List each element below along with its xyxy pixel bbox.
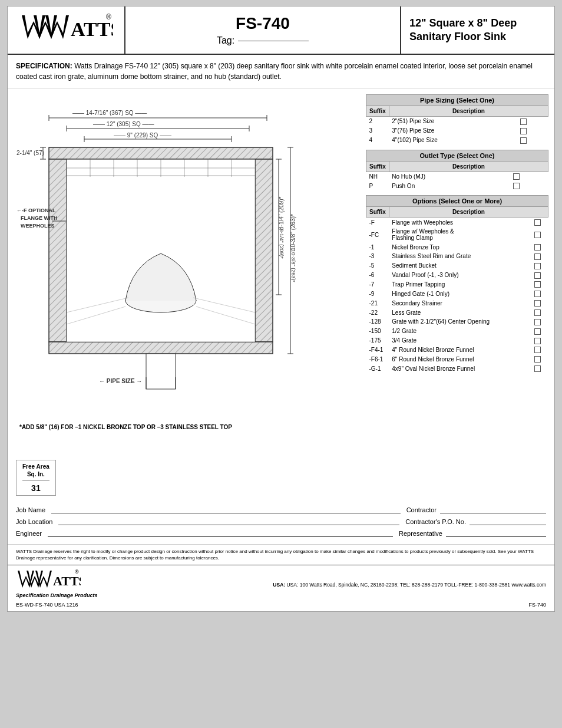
svg-rect-23	[255, 159, 273, 342]
tag-line: Tag:	[217, 35, 309, 46]
outlet-title: Outlet Type (Select One)	[366, 150, 548, 161]
checkbox-7[interactable]	[534, 281, 541, 288]
part-number-right: FS-740	[528, 602, 546, 608]
svg-text:——  9" (229) SQ  ——: —— 9" (229) SQ ——	[114, 132, 171, 139]
rep-line: Representative	[399, 530, 546, 537]
checkbox-f41[interactable]	[534, 347, 541, 353]
svg-text:8-1/4" (209)*: 8-1/4" (209)*	[279, 229, 285, 259]
checkbox-3[interactable]	[534, 253, 541, 260]
pipe-row: 3 3"(76) Pipe Size	[366, 126, 548, 136]
checkbox-g1[interactable]	[534, 365, 541, 372]
page: ATTS ® FS-740 Tag: 12" Square x 8" DeepS…	[7, 6, 555, 612]
checkbox-2[interactable]	[520, 118, 527, 125]
checkbox-1[interactable]	[534, 244, 541, 251]
rep-label: Representative	[399, 530, 442, 537]
contractor-underline	[440, 513, 546, 513]
checkbox-21[interactable]	[534, 300, 541, 307]
svg-text:——  12" (305) SQ  ——: —— 12" (305) SQ ——	[93, 121, 154, 127]
desc-3: 3"(76) Pipe Size	[389, 126, 517, 136]
option-row: -128 Grate with 2-1/2"(64) Center Openin…	[366, 317, 548, 327]
outlet-suffix-header: Suffix	[366, 161, 389, 172]
option-row: -1 Nickel Bronze Top	[366, 242, 548, 252]
spec-section: SPECIFICATION: Watts Drainage FS-740 12"…	[8, 55, 554, 88]
suffix-3: 3	[366, 126, 389, 136]
svg-rect-26	[67, 159, 255, 342]
pipe-sizing-table: Pipe Sizing (Select One) Suffix Descript…	[366, 94, 548, 145]
checkbox-6[interactable]	[534, 272, 541, 279]
main-content: —— 14-7/16" (367) SQ —— —— 12" (305) SQ …	[8, 88, 554, 454]
engineer-line: Engineer Representative	[16, 530, 546, 537]
po-label: Contractor's P.O. No.	[405, 518, 466, 525]
checkbox-p[interactable]	[513, 183, 520, 189]
svg-text:®: ®	[106, 13, 111, 21]
part-number-left: ES-WD-FS-740 USA 1216	[16, 602, 78, 608]
checkbox-175[interactable]	[534, 338, 541, 344]
po-line: Contractor's P.O. No.	[405, 518, 546, 525]
option-row: -22 Less Grate	[366, 308, 548, 317]
checkbox-4[interactable]	[520, 137, 527, 144]
job-name-line: Job Name Contractor	[16, 506, 546, 513]
checkbox-f[interactable]	[534, 219, 541, 226]
pipe-desc-header: Description	[389, 106, 548, 117]
pipe-sizing-title: Pipe Sizing (Select One)	[366, 95, 548, 106]
free-area-header: Free Area Sq. In.	[22, 463, 49, 478]
checkbox-3[interactable]	[520, 128, 527, 134]
option-row: -150 1/2 Grate	[366, 327, 548, 336]
options-suffix-header: Suffix	[366, 207, 389, 218]
svg-text:ATTS: ATTS	[53, 574, 81, 588]
option-row: -6 Vandal Proof (-1, -3 Only)	[366, 271, 548, 280]
job-name-label: Job Name	[16, 506, 45, 513]
product-title: 12" Square x 8" DeepSanitary Floor Sink	[409, 17, 546, 44]
checkbox-f61[interactable]	[534, 356, 541, 363]
outlet-desc-header: Description	[389, 161, 548, 172]
outlet-row: P Push On	[366, 181, 548, 190]
job-location-line: Job Location Contractor's P.O. No.	[16, 518, 546, 525]
pipe-row: 2 2"(51) Pipe Size	[366, 117, 548, 126]
desc-2: 2"(51) Pipe Size	[389, 117, 517, 126]
watts-logo: ATTS ®	[19, 12, 113, 48]
svg-marker-1	[34, 15, 57, 39]
option-row: -9 Hinged Gate (-1 Only)	[366, 289, 548, 298]
option-row: -F Flange with Weepholes	[366, 218, 548, 227]
checkbox-22[interactable]	[534, 309, 541, 316]
option-row: -175 3/4 Grate	[366, 336, 548, 345]
svg-text:10-3/8" (263)*: 10-3/8" (263)*	[290, 214, 296, 251]
job-location-label: Job Location	[16, 518, 52, 525]
logo-section: ATTS ®	[8, 6, 125, 54]
svg-rect-28	[146, 354, 176, 389]
contractor-line: Contractor	[406, 506, 546, 513]
spec-label: SPECIFICATION:	[16, 62, 72, 70]
footer-brand: ATTS ® Specification Drainage Products U…	[8, 565, 554, 601]
technical-diagram: —— 14-7/16" (367) SQ —— —— 12" (305) SQ …	[14, 94, 355, 419]
po-underline	[470, 525, 546, 525]
footer-disclaimer: WATTS Drainage reserves the right to mod…	[8, 544, 554, 565]
svg-text:8-1/4" (209)*: 8-1/4" (209)*	[278, 197, 285, 230]
svg-text:10-3/8" (263)*: 10-3/8" (263)*	[290, 249, 296, 282]
option-row: -F4-1 4" Round Nickel Bronze Funnel	[366, 345, 548, 355]
svg-text:←-F OPTIONAL: ←-F OPTIONAL	[16, 207, 56, 213]
model-number: FS-740	[236, 14, 290, 33]
option-row: -F6-1 6" Round Nickel Bronze Funnel	[366, 354, 548, 364]
form-fields: Job Name Contractor Job Location Contrac…	[8, 502, 554, 544]
checkbox-150[interactable]	[534, 328, 541, 335]
footer-address-text: USA: USA: 100 Watts Road, Spindale, NC, …	[273, 582, 546, 588]
svg-marker-2	[45, 15, 69, 39]
svg-text:← PIPE SIZE →: ← PIPE SIZE →	[99, 378, 142, 384]
svg-text:®: ®	[75, 569, 79, 575]
checkbox-9[interactable]	[534, 291, 541, 297]
option-row: -5 Sediment Bucket	[366, 261, 548, 271]
desc-4: 4"(102) Pipe Size	[389, 136, 517, 145]
svg-rect-25	[49, 342, 273, 354]
free-area-section: Free Area Sq. In. 31	[8, 454, 554, 502]
svg-rect-19	[49, 147, 273, 159]
header: ATTS ® FS-740 Tag: 12" Square x 8" DeepS…	[8, 6, 554, 55]
desc-p: Push On	[389, 181, 510, 190]
suffix-nh: NH	[366, 172, 389, 181]
checkbox-128[interactable]	[534, 319, 541, 325]
desc-nh: No Hub (MJ)	[389, 172, 510, 181]
checkbox-nh[interactable]	[513, 173, 520, 180]
checkbox-5[interactable]	[534, 263, 541, 269]
contractor-label: Contractor	[406, 506, 437, 513]
suffix-4: 4	[366, 136, 389, 145]
checkbox-fc[interactable]	[534, 232, 541, 238]
